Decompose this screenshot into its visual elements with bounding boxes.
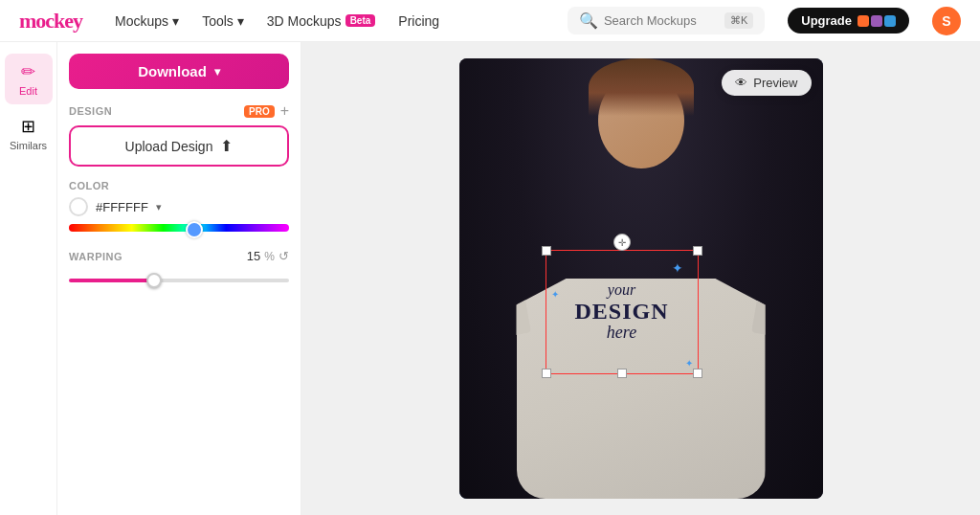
color-section-header: COLOR [69,180,289,191]
color-dropdown-icon[interactable]: ▾ [156,201,162,213]
download-button[interactable]: Download ▾ [69,54,289,89]
color-circle [69,197,88,216]
upload-design-button[interactable]: Upload Design ⬆ [69,125,289,167]
warping-section: WARPING 15 % ↺ [69,249,289,286]
edit-label: Edit [19,85,37,97]
nav-item-tools[interactable]: Tools ▾ [202,13,244,29]
main-layout: ✏ Edit ⊞ Similars Download ▾ DESIGN PRO … [0,42,980,515]
icon-sidebar: ✏ Edit ⊞ Similars [0,42,57,515]
preview-icon: 👁 [735,76,747,90]
nav-item-pricing[interactable]: Pricing [398,13,439,29]
add-design-icon[interactable]: + [280,102,289,120]
design-label: DESIGN [69,105,112,117]
edit-icon: ✏ [21,61,35,82]
tools-panel: Download ▾ DESIGN PRO + Upload Design ⬆ … [57,42,301,515]
design-bounding-box[interactable]: ✛ ✦ ✦ ✦ your DESIGN here [546,250,699,374]
color-hex-value: #FFFFFF [96,200,148,214]
nav-item-3d-mockups[interactable]: 3D Mockups Beta [267,13,376,29]
design-placeholder-text: your DESIGN here [546,251,698,373]
upload-icon: ⬆ [220,137,233,155]
upgrade-button[interactable]: Upgrade [788,8,909,34]
reset-warping-icon[interactable]: ↺ [278,249,289,263]
canvas-area: ✛ ✦ ✦ ✦ your DESIGN here [301,42,980,515]
search-input[interactable] [604,13,719,28]
search-shortcut: ⌘K [724,12,753,29]
app-logo[interactable]: mockey [19,9,82,34]
color-gradient-slider[interactable] [69,224,289,232]
design-section: DESIGN PRO + Upload Design ⬆ [69,102,289,167]
mockup-container: ✛ ✦ ✦ ✦ your DESIGN here [459,58,823,499]
warping-label: WARPING [69,251,122,262]
warping-slider[interactable] [69,279,289,282]
warping-row: WARPING 15 % ↺ [69,249,289,263]
warping-slider-container [69,269,289,286]
preview-button[interactable]: 👁 Preview [722,70,811,96]
warping-value: 15 [247,249,260,263]
beta-badge: Beta [345,14,376,27]
design-section-header: DESIGN PRO + [69,102,289,120]
pro-badge: PRO [244,105,275,118]
navbar: mockey Mockups ▾ Tools ▾ 3D Mockups Beta… [0,0,980,42]
sidebar-item-edit[interactable]: ✏ Edit [5,54,53,104]
similars-icon: ⊞ [21,116,35,137]
sidebar-item-similars[interactable]: ⊞ Similars [5,108,53,159]
color-section: COLOR #FFFFFF ▾ [69,180,289,235]
move-handle[interactable]: ✛ [613,234,631,251]
similars-label: Similars [10,140,47,151]
warping-value-row: 15 % ↺ [247,249,289,263]
search-bar[interactable]: 🔍 ⌘K [568,7,765,34]
search-icon: 🔍 [579,11,598,30]
warping-unit: % [264,250,275,263]
mockup-image: ✛ ✦ ✦ ✦ your DESIGN here [459,58,823,499]
download-chevron-icon: ▾ [214,65,220,78]
upgrade-icons [858,15,896,27]
color-picker-row[interactable]: #FFFFFF ▾ [69,197,289,216]
nav-item-mockups[interactable]: Mockups ▾ [115,13,179,29]
color-label: COLOR [69,180,109,191]
avatar[interactable]: S [932,7,961,35]
